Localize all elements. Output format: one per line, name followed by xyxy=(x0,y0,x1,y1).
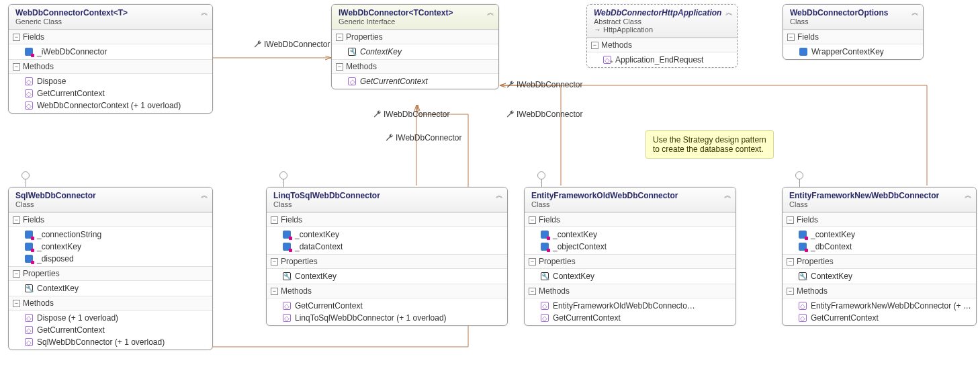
section-methods[interactable]: −Methods xyxy=(783,284,976,298)
interface-box[interactable]: IWebDbConnector<TContext> Generic Interf… xyxy=(331,4,499,89)
method-item[interactable]: ◇WebDbConnectorContext (+ 1 overload) xyxy=(9,99,212,112)
method-item[interactable]: ◇Dispose xyxy=(9,75,212,87)
toggle-icon[interactable]: − xyxy=(787,216,794,224)
field-item[interactable]: WrapperContextKey xyxy=(783,46,923,58)
field-private-icon xyxy=(283,243,291,251)
method-item[interactable]: ◇GetCurrentContext xyxy=(9,87,212,99)
box-header[interactable]: WebDbConnectorOptions Class ︽ xyxy=(783,5,923,30)
box-header[interactable]: LinqToSqlWebDbConnector Class ︽ xyxy=(267,188,507,212)
method-item[interactable]: ◇Dispose (+ 1 overload) xyxy=(9,312,212,324)
field-private-icon xyxy=(25,255,33,263)
field-item[interactable]: _dbContext xyxy=(783,241,976,253)
toggle-icon[interactable]: − xyxy=(271,288,278,295)
section-properties[interactable]: −Properties xyxy=(525,254,736,269)
section-fields[interactable]: −Fields xyxy=(9,30,212,44)
toggle-icon[interactable]: − xyxy=(787,258,794,265)
section-methods[interactable]: −Methods xyxy=(9,296,212,311)
section-properties[interactable]: −Properties xyxy=(267,254,507,269)
box-header[interactable]: WebDbConnectorContext<T> Generic Class ︽ xyxy=(9,5,212,30)
field-item[interactable]: _disposed xyxy=(9,253,212,265)
field-item[interactable]: _contextKey xyxy=(267,229,507,241)
section-properties[interactable]: −Properties xyxy=(783,254,976,269)
class-box-efold[interactable]: EntityFrameworkOldWebDbConnector Class ︽… xyxy=(524,187,736,326)
toggle-icon[interactable]: − xyxy=(787,288,794,295)
toggle-icon[interactable]: − xyxy=(529,216,536,224)
collapse-icon[interactable]: ︽ xyxy=(965,190,972,200)
method-item[interactable]: ◇EntityFrameworkNewWebDbConnector (+ … xyxy=(783,300,976,312)
box-header[interactable]: EntityFrameworkNewWebDbConnector Class ︽ xyxy=(783,188,976,212)
field-item[interactable]: _iWebDbConnector xyxy=(9,46,212,58)
property-item[interactable]: 🔧ContextKey xyxy=(267,270,507,282)
toggle-icon[interactable]: − xyxy=(336,63,343,71)
method-item[interactable]: ◇GetCurrentContext xyxy=(9,324,212,336)
class-box-linq[interactable]: LinqToSqlWebDbConnector Class ︽ −Fields … xyxy=(266,187,508,326)
toggle-icon[interactable]: − xyxy=(13,270,20,278)
toggle-icon[interactable]: − xyxy=(13,300,20,307)
toggle-icon[interactable]: − xyxy=(271,216,278,224)
box-header[interactable]: SqlWebDbConnector Class ︽ xyxy=(9,188,212,212)
toggle-icon[interactable]: − xyxy=(271,258,278,265)
section-methods[interactable]: −Methods xyxy=(267,284,507,298)
toggle-icon[interactable]: − xyxy=(529,288,536,295)
method-item[interactable]: ◇EntityFrameworkOldWebDbConnecto… xyxy=(525,300,736,312)
box-header[interactable]: EntityFrameworkOldWebDbConnector Class ︽ xyxy=(525,188,736,212)
collapse-icon[interactable]: ︽ xyxy=(725,7,733,17)
collapse-icon[interactable]: ︽ xyxy=(724,190,731,200)
field-item[interactable]: _contextKey xyxy=(525,229,736,241)
field-private-icon xyxy=(799,231,807,239)
connector-label: IWebDbConnector xyxy=(253,40,330,49)
box-header[interactable]: WebDbConnectorHttpApplication Abstract C… xyxy=(587,5,737,38)
class-box-context[interactable]: WebDbConnectorContext<T> Generic Class ︽… xyxy=(8,4,213,114)
collapse-icon[interactable]: ︽ xyxy=(496,190,503,200)
toggle-icon[interactable]: − xyxy=(787,34,795,41)
field-item[interactable]: _connectionString xyxy=(9,229,212,241)
toggle-icon[interactable]: − xyxy=(529,258,536,265)
interface-title: IWebDbConnector<TContext> xyxy=(339,8,493,17)
field-item[interactable]: _contextKey xyxy=(783,229,976,241)
inherits-line: → HttpApplication xyxy=(594,26,731,34)
class-box-httpapp[interactable]: WebDbConnectorHttpApplication Abstract C… xyxy=(586,4,738,68)
section-properties[interactable]: −Properties xyxy=(332,30,498,44)
property-item[interactable]: 🔧ContextKey xyxy=(525,270,736,282)
method-item[interactable]: ◇GetCurrentContext xyxy=(525,312,736,324)
collapse-icon[interactable]: ︽ xyxy=(201,190,208,200)
field-icon xyxy=(799,48,807,56)
toggle-icon[interactable]: − xyxy=(13,216,20,224)
method-item[interactable]: ◇GetCurrentContext xyxy=(267,300,507,312)
toggle-icon[interactable]: − xyxy=(591,42,598,49)
collapse-icon[interactable]: ︽ xyxy=(911,7,919,17)
section-methods[interactable]: −Methods xyxy=(525,284,736,298)
property-item[interactable]: 🔧ContextKey xyxy=(332,46,498,58)
property-item[interactable]: 🔧ContextKey xyxy=(9,282,212,294)
method-item[interactable]: ◇LinqToSqlWebDbConnector (+ 1 overload) xyxy=(267,312,507,324)
property-item[interactable]: 🔧ContextKey xyxy=(783,270,976,282)
class-box-options[interactable]: WebDbConnectorOptions Class ︽ −Fields Wr… xyxy=(783,4,924,60)
section-fields[interactable]: −Fields xyxy=(783,212,976,227)
method-item[interactable]: ◇Application_EndRequest xyxy=(587,54,737,66)
section-fields[interactable]: −Fields xyxy=(267,212,507,227)
section-methods[interactable]: −Methods xyxy=(587,38,737,52)
section-properties[interactable]: −Properties xyxy=(9,266,212,281)
method-item[interactable]: ◇GetCurrentContext xyxy=(332,75,498,87)
toggle-icon[interactable]: − xyxy=(13,63,20,71)
field-item[interactable]: _contextKey xyxy=(9,241,212,253)
property-icon: 🔧 xyxy=(25,284,33,292)
class-box-sql[interactable]: SqlWebDbConnector Class ︽ −Fields _conne… xyxy=(8,187,213,350)
class-box-efnew[interactable]: EntityFrameworkNewWebDbConnector Class ︽… xyxy=(782,187,977,326)
field-item[interactable]: _dataContext xyxy=(267,241,507,253)
method-item[interactable]: ◇SqlWebDbConnector (+ 1 overload) xyxy=(9,336,212,348)
method-item[interactable]: ◇GetCurrentContext xyxy=(783,312,976,324)
method-icon: ◇ xyxy=(283,302,291,310)
class-subtitle: Generic Class xyxy=(15,17,207,26)
section-fields[interactable]: −Fields xyxy=(525,212,736,227)
section-fields[interactable]: −Fields xyxy=(9,212,212,227)
section-fields[interactable]: −Fields xyxy=(783,30,923,44)
collapse-icon[interactable]: ︽ xyxy=(201,7,208,17)
box-header[interactable]: IWebDbConnector<TContext> Generic Interf… xyxy=(332,5,498,30)
section-methods[interactable]: −Methods xyxy=(9,59,212,74)
toggle-icon[interactable]: − xyxy=(336,34,343,41)
toggle-icon[interactable]: − xyxy=(13,34,20,41)
section-methods[interactable]: −Methods xyxy=(332,59,498,74)
field-item[interactable]: _objectContext xyxy=(525,241,736,253)
collapse-icon[interactable]: ︽ xyxy=(487,7,494,17)
